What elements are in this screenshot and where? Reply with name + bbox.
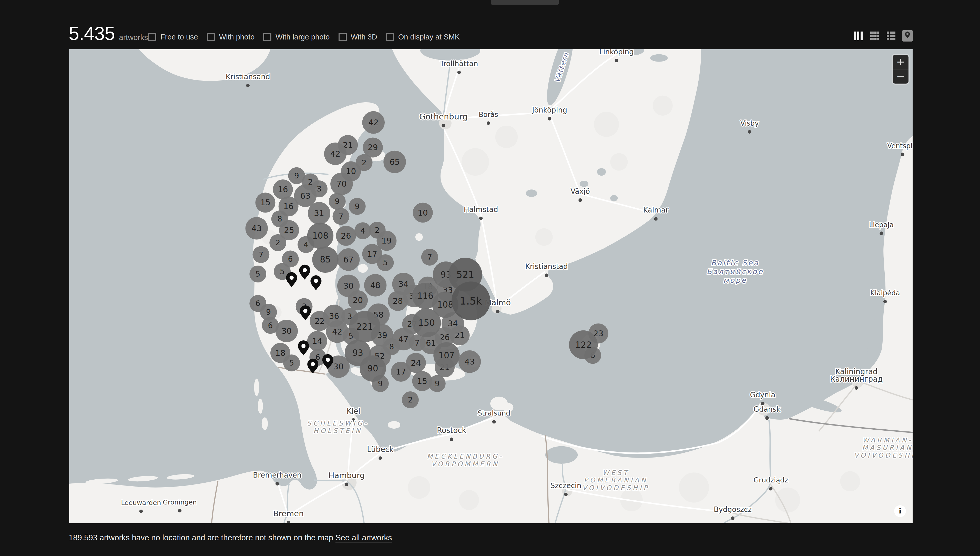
- city-label: Trollhättan: [440, 60, 478, 68]
- filter-with-large-photo[interactable]: With large photo: [263, 33, 329, 41]
- map-cluster[interactable]: 85: [312, 246, 338, 273]
- sea-label: Baltic Sea: [711, 259, 759, 267]
- city-label: Groningen: [163, 498, 197, 506]
- map-canvas[interactable]: KristiansandTrollhättanLinköpingGothenbu…: [69, 49, 912, 523]
- map-cluster[interactable]: 65: [383, 151, 406, 173]
- checkbox-free-to-use[interactable]: [148, 33, 156, 41]
- forest-patch: [840, 471, 860, 491]
- forest-patch: [610, 153, 628, 170]
- map-cluster[interactable]: 1.5k: [452, 281, 490, 320]
- map-cluster[interactable]: 6: [282, 251, 299, 267]
- map-cluster[interactable]: 31: [308, 202, 330, 225]
- map-cluster[interactable]: 9: [329, 193, 346, 210]
- map-cluster[interactable]: 150: [412, 309, 441, 337]
- columns-icon: [854, 32, 863, 40]
- map-cluster[interactable]: 7: [421, 249, 438, 265]
- map-cluster[interactable]: 26: [336, 226, 356, 246]
- see-all-artworks-link[interactable]: See all artworks: [336, 533, 392, 542]
- zoom-out-button[interactable]: −: [893, 70, 909, 84]
- map-cluster[interactable]: 25: [279, 220, 299, 240]
- map-cluster[interactable]: 63: [294, 184, 317, 207]
- map-cluster[interactable]: 4: [354, 222, 371, 239]
- map-cluster[interactable]: 5: [249, 265, 266, 283]
- checkbox-with-large-photo[interactable]: [263, 33, 271, 41]
- map-cluster[interactable]: 42: [326, 320, 349, 343]
- map-cluster[interactable]: 116: [412, 283, 438, 309]
- map-cluster[interactable]: 29: [363, 137, 383, 157]
- checkbox-with-3d[interactable]: [339, 33, 347, 41]
- map-cluster[interactable]: 67: [337, 248, 360, 271]
- cluster-count: 17: [367, 249, 377, 259]
- region-label: WEST: [602, 469, 630, 477]
- cluster-count: 107: [439, 351, 455, 360]
- map-cluster[interactable]: 9: [260, 304, 277, 321]
- view-map-button[interactable]: [902, 30, 913, 42]
- cluster-count: 16: [278, 185, 288, 194]
- map-cluster[interactable]: 19: [376, 231, 396, 251]
- city-dot: [769, 487, 773, 491]
- city-label: Borås: [479, 110, 498, 118]
- cluster-count: 14: [312, 336, 322, 346]
- cluster-count: 7: [427, 252, 432, 262]
- map-graphics[interactable]: KristiansandTrollhättanLinköpingGothenbu…: [69, 49, 912, 523]
- zoom-in-button[interactable]: +: [893, 55, 909, 69]
- filter-free-to-use[interactable]: Free to use: [148, 33, 198, 41]
- artwork-count-label: artworks: [119, 33, 148, 42]
- map-cluster[interactable]: 7: [333, 208, 350, 225]
- map-cluster[interactable]: 14: [307, 331, 327, 351]
- checkbox-with-photo[interactable]: [207, 33, 215, 41]
- view-columns-button[interactable]: [852, 30, 864, 42]
- map-cluster[interactable]: 9: [288, 167, 305, 184]
- map-cluster[interactable]: 24: [406, 353, 426, 373]
- city-label: Bremen: [273, 509, 304, 518]
- map-cluster[interactable]: 30: [275, 320, 298, 342]
- map-cluster[interactable]: 42: [324, 142, 347, 165]
- map-cluster[interactable]: 47: [392, 328, 415, 351]
- map-cluster[interactable]: 30: [337, 275, 360, 297]
- cluster-count: 9: [378, 379, 383, 388]
- cluster-count: 29: [368, 143, 378, 152]
- city-dot: [731, 517, 735, 520]
- filter-with-3d[interactable]: With 3D: [339, 33, 377, 41]
- map-cluster[interactable]: 43: [459, 351, 481, 373]
- map-cluster[interactable]: 10: [413, 202, 433, 223]
- city-dot: [901, 153, 904, 156]
- city-dot: [487, 121, 490, 125]
- city-dot: [457, 71, 461, 74]
- map-cluster[interactable]: 93: [345, 339, 371, 366]
- view-list-button[interactable]: [885, 30, 897, 42]
- no-location-note: 189.593 artworks have no location and ar…: [69, 533, 392, 542]
- map-cluster[interactable]: 42: [362, 111, 385, 134]
- cluster-count: 4: [360, 226, 365, 235]
- cluster-count: 6: [288, 255, 293, 263]
- filter-with-photo[interactable]: With photo: [207, 33, 255, 41]
- map-cluster[interactable]: 15: [255, 192, 275, 212]
- map-cluster[interactable]: 70: [330, 173, 353, 195]
- city-label: Bydgoszcz: [714, 505, 752, 514]
- map-cluster[interactable]: 2: [402, 391, 419, 408]
- map-cluster[interactable]: 108: [307, 223, 333, 249]
- map-cluster[interactable]: 107: [433, 342, 460, 369]
- map-cluster[interactable]: 221: [349, 311, 380, 342]
- cluster-count: 108: [312, 231, 329, 241]
- city-dot: [545, 273, 549, 277]
- checkbox-on-display-at-smk[interactable]: [386, 33, 394, 41]
- map-cluster[interactable]: 18: [270, 343, 291, 363]
- region-label: HOLSTEIN: [313, 427, 362, 435]
- forest-patch: [535, 228, 553, 246]
- map-cluster[interactable]: 7: [252, 246, 270, 263]
- map-attribution-info-button[interactable]: i: [894, 505, 906, 517]
- map-cluster[interactable]: 9: [349, 198, 366, 215]
- map-cluster[interactable]: 34: [392, 273, 415, 295]
- filter-on-display-at-smk[interactable]: On display at SMK: [386, 33, 460, 41]
- map-cluster[interactable]: 43: [245, 217, 268, 240]
- map-cluster[interactable]: 15: [412, 371, 432, 391]
- map-cluster[interactable]: 122: [569, 330, 597, 359]
- cluster-count: 48: [370, 281, 381, 290]
- region-label: MECKLENBURG-: [427, 453, 504, 460]
- map-cluster[interactable]: 48: [364, 274, 387, 297]
- view-grid-button[interactable]: [869, 30, 880, 42]
- cluster-count: 2: [375, 226, 379, 234]
- city-label: Grudziądz: [754, 476, 788, 484]
- page: 5.435 artworks Free to useWith photoWith…: [0, 0, 980, 556]
